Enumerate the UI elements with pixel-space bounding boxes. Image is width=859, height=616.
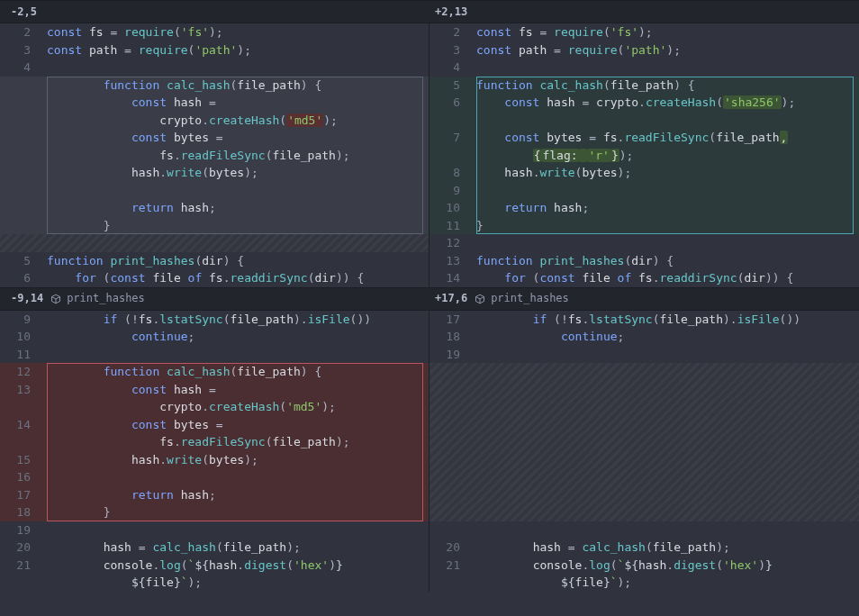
line-number: 7 (430, 129, 471, 146)
code-line[interactable]: 12 function calc_hash(file_path) { (0, 363, 429, 381)
code-line[interactable]: crypto.createHash('md5'); (0, 398, 429, 416)
code-line[interactable]: function calc_hash(file_path) { (0, 77, 429, 95)
line-number: 13 (0, 381, 41, 398)
code-text: const path = require('path'); (471, 41, 859, 59)
code-text: return hash; (41, 486, 429, 503)
code-text: hash.write(bytes); (41, 451, 429, 468)
code-line[interactable]: 5function calc_hash(file_path) { (430, 77, 859, 95)
line-number: 11 (0, 346, 41, 363)
hunk1-left-pane[interactable]: 2const fs = require('fs');3const path = … (0, 23, 430, 287)
code-text: const bytes = (41, 129, 429, 146)
line-number: 9 (430, 182, 471, 199)
hunk2-left-pane[interactable]: 9 if (!fs.lstatSync(file_path).isFile())… (0, 311, 430, 592)
code-line[interactable]: 18 continue; (430, 328, 859, 346)
code-line[interactable]: crypto.createHash('md5'); (0, 112, 429, 130)
code-line[interactable]: 9 if (!fs.lstatSync(file_path).isFile()) (0, 311, 429, 329)
line-number: 12 (0, 363, 41, 380)
code-text: const fs = require('fs'); (41, 23, 429, 41)
deleted-block: 12 function calc_hash(file_path) {13 con… (0, 363, 429, 521)
code-line[interactable]: 18 } (0, 503, 429, 521)
code-line[interactable]: 3const path = require('path'); (0, 41, 429, 59)
code-line[interactable]: 6 for (const file of fs.readdirSync(dir)… (0, 269, 429, 287)
code-text: } (41, 503, 429, 521)
code-text: const hash = crypto.createHash('sha256')… (471, 94, 859, 111)
line-number: 14 (430, 269, 471, 286)
code-text: console.log(`${hash.digest('hex')} (471, 557, 859, 574)
hunk1-right-pane[interactable]: 2const fs = require('fs');3const path = … (430, 23, 859, 287)
code-line[interactable]: 16 (0, 468, 429, 486)
code-line[interactable]: 7 const bytes = fs.readFileSync(file_pat… (430, 129, 859, 147)
code-line[interactable]: 5function print_hashes(dir) { (0, 252, 429, 270)
line-number: 15 (0, 451, 41, 468)
line-number: 19 (430, 346, 471, 363)
hunk2-right-pane[interactable]: 17 if (!fs.lstatSync(file_path).isFile()… (430, 311, 859, 592)
code-text: for (const file of fs.readdirSync(dir)) … (471, 269, 859, 286)
code-line[interactable]: 4 (430, 59, 859, 77)
code-line[interactable]: 21 console.log(`${hash.digest('hex')} (0, 557, 429, 575)
line-number: 20 (0, 539, 41, 556)
code-line[interactable]: 12 (430, 234, 859, 252)
code-line[interactable]: 20 hash = calc_hash(file_path); (430, 539, 859, 557)
code-text: if (!fs.lstatSync(file_path).isFile()) (41, 311, 429, 328)
line-number: 17 (430, 311, 471, 328)
code-line[interactable]: 3const path = require('path'); (430, 41, 859, 59)
code-text: fs.readFileSync(file_path); (41, 147, 429, 164)
code-text: function calc_hash(file_path) { (41, 77, 429, 94)
code-line[interactable]: 2const fs = require('fs'); (430, 23, 859, 41)
code-line[interactable]: const bytes = (0, 129, 429, 147)
code-text: return hash; (471, 199, 859, 216)
code-line[interactable]: return hash; (0, 199, 429, 217)
code-line[interactable]: 19 (430, 346, 859, 364)
code-line[interactable]: 15 hash.write(bytes); (0, 451, 429, 469)
code-line[interactable]: 2const fs = require('fs'); (0, 23, 429, 41)
symbol-icon (475, 294, 485, 304)
code-line[interactable]: const hash = (0, 94, 429, 112)
code-text: {flag: 'r'}); (471, 147, 859, 164)
code-line[interactable]: hash.write(bytes); (0, 164, 429, 182)
code-text: continue; (41, 328, 429, 345)
code-line[interactable]: 9 (430, 182, 859, 200)
code-line[interactable]: 14 const bytes = (0, 416, 429, 434)
code-line[interactable]: 6 const hash = crypto.createHash('sha256… (430, 94, 859, 112)
code-text: crypto.createHash('md5'); (41, 112, 429, 129)
code-text: const fs = require('fs'); (471, 23, 859, 41)
code-text: hash = calc_hash(file_path); (471, 539, 859, 556)
hunk-header-2: -9,14 print_hashes +17,6 print_hashes (0, 287, 859, 311)
hunk2-right-context: print_hashes (491, 290, 569, 307)
blank-line (0, 234, 429, 252)
code-line[interactable]: ${file}`); (430, 574, 859, 592)
code-line[interactable] (0, 182, 429, 200)
code-line[interactable]: 11} (430, 217, 859, 235)
code-line[interactable]: ${file}`); (0, 574, 429, 592)
code-line[interactable]: fs.readFileSync(file_path); (0, 147, 429, 165)
code-line[interactable]: 14 for (const file of fs.readdirSync(dir… (430, 269, 859, 287)
code-line[interactable]: fs.readFileSync(file_path); (0, 433, 429, 451)
code-line[interactable]: 17 if (!fs.lstatSync(file_path).isFile()… (430, 311, 859, 329)
line-number: 3 (430, 41, 471, 59)
code-line[interactable]: 10 continue; (0, 328, 429, 346)
code-line[interactable]: 10 return hash; (430, 199, 859, 217)
code-line[interactable]: 4 (0, 59, 429, 77)
code-line[interactable]: 20 hash = calc_hash(file_path); (0, 539, 429, 557)
hunk-header-1: -2,5 +2,13 (0, 0, 859, 23)
moved-from-block: function calc_hash(file_path) { const ha… (0, 77, 429, 235)
code-line[interactable]: 8 hash.write(bytes); (430, 164, 859, 182)
line-number: 18 (430, 328, 471, 345)
blank-line (430, 468, 859, 486)
code-line[interactable]: 17 return hash; (0, 486, 429, 504)
code-text: crypto.createHash('md5'); (41, 398, 429, 415)
code-text: const hash = (41, 94, 429, 111)
code-line[interactable]: {flag: 'r'}); (430, 147, 859, 165)
blank-line (430, 503, 859, 521)
code-line[interactable]: 11 (0, 346, 429, 364)
code-line[interactable]: 21 console.log(`${hash.digest('hex')} (430, 557, 859, 575)
code-line[interactable]: 13function print_hashes(dir) { (430, 252, 859, 270)
hunk1-body: 2const fs = require('fs');3const path = … (0, 23, 859, 287)
code-text: function calc_hash(file_path) { (471, 77, 859, 94)
code-line[interactable]: 13 const hash = (0, 381, 429, 399)
code-line[interactable]: 19 (0, 521, 429, 539)
code-line[interactable] (430, 112, 859, 130)
code-line[interactable]: } (0, 217, 429, 235)
line-number: 3 (0, 41, 41, 59)
blank-line (430, 433, 859, 451)
